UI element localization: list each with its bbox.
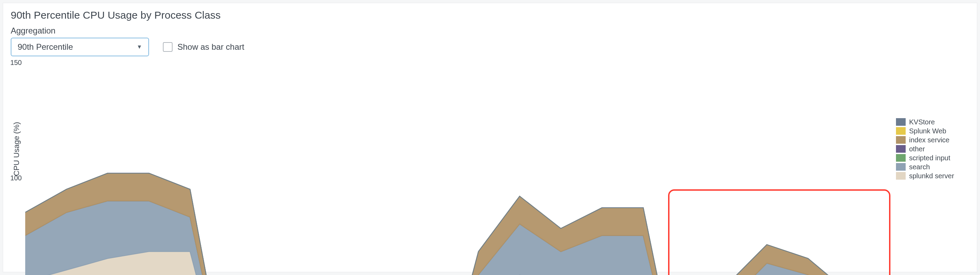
- aggregation-group: Aggregation 90th Percentile ▼: [11, 26, 149, 56]
- bar-chart-toggle-row: Show as bar chart: [163, 38, 244, 56]
- aggregation-select[interactable]: 90th Percentile ▼: [11, 38, 149, 56]
- aggregation-label: Aggregation: [11, 26, 149, 36]
- legend-item[interactable]: Splunk Web: [896, 127, 969, 135]
- legend-swatch: [896, 154, 906, 162]
- legend-item[interactable]: index service: [896, 136, 969, 144]
- legend-swatch: [896, 172, 906, 180]
- panel-title: 90th Percentile CPU Usage by Process Cla…: [11, 9, 969, 21]
- legend-swatch: [896, 118, 906, 126]
- legend-label: scripted input: [909, 154, 950, 162]
- legend-item[interactable]: scripted input: [896, 154, 969, 162]
- legend-label: index service: [909, 136, 950, 144]
- legend-label: splunkd server: [909, 172, 954, 180]
- y-tick-label: 100: [10, 174, 25, 182]
- chart-panel: 90th Percentile CPU Usage by Process Cla…: [3, 3, 977, 272]
- legend-label: search: [909, 163, 930, 171]
- chart-zone: CPU Usage (%) 50100150 8:00 PMWed Apr 21…: [11, 63, 969, 235]
- aggregation-value: 90th Percentile: [18, 42, 73, 52]
- legend-item[interactable]: search: [896, 163, 969, 171]
- bar-chart-label: Show as bar chart: [177, 42, 244, 52]
- area-chart[interactable]: 50100150: [25, 63, 891, 275]
- legend-item[interactable]: KVStore: [896, 118, 969, 126]
- chevron-down-icon: ▼: [137, 44, 142, 50]
- y-axis-title: CPU Usage (%): [11, 122, 22, 176]
- legend-label: Splunk Web: [909, 127, 946, 135]
- legend-item[interactable]: other: [896, 145, 969, 153]
- legend: KVStoreSplunk Webindex serviceotherscrip…: [893, 63, 969, 235]
- legend-swatch: [896, 127, 906, 135]
- legend-swatch: [896, 145, 906, 153]
- plot-column: 50100150 8:00 PMWed Apr 2120218:10 PM8:2…: [25, 63, 891, 235]
- legend-label: KVStore: [909, 118, 935, 126]
- controls-row: Aggregation 90th Percentile ▼ Show as ba…: [11, 26, 969, 56]
- highlight-box: [668, 189, 891, 275]
- bar-chart-checkbox[interactable]: [163, 42, 173, 52]
- y-tick-label: 150: [10, 59, 25, 67]
- legend-label: other: [909, 145, 925, 153]
- legend-swatch: [896, 136, 906, 144]
- legend-item[interactable]: splunkd server: [896, 172, 969, 180]
- legend-swatch: [896, 163, 906, 171]
